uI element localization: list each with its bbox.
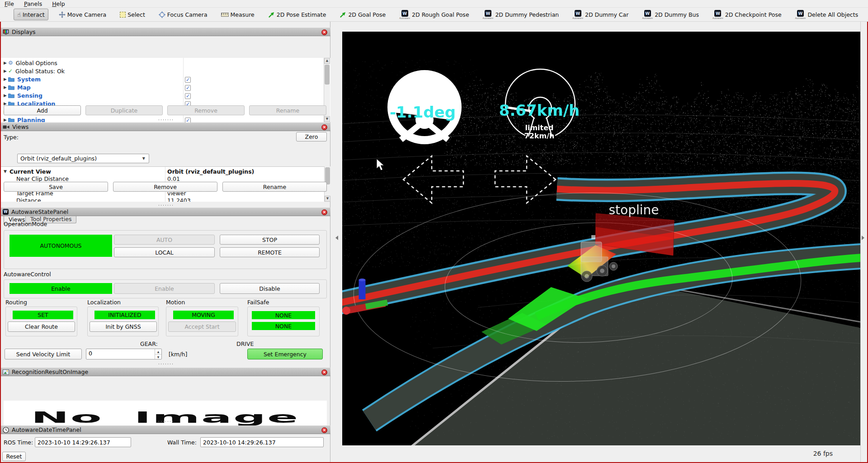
disable-button[interactable]: Disable xyxy=(220,283,320,294)
prop-row-distance[interactable]: Distance 11.2403 xyxy=(0,197,323,202)
tree-row-sensing[interactable]: ▶ Sensing xyxy=(0,91,323,99)
expand-arrow-icon[interactable]: ▶ xyxy=(4,69,8,73)
tree-row-global-status[interactable]: ▶ ✓ Global Status: Ok xyxy=(0,67,323,75)
remove-display-button[interactable]: Remove xyxy=(167,105,245,115)
ros-time-field[interactable] xyxy=(35,437,131,447)
tool-2d-pose-estimate[interactable]: 2D Pose Estimate xyxy=(265,9,330,20)
remove-view-button[interactable]: Remove xyxy=(113,182,217,192)
prop-row-near-clip[interactable]: Near Clip Distance 0.01 xyxy=(0,175,323,182)
move-arrows-icon xyxy=(59,11,66,18)
autoware-control-label: AutowareControl xyxy=(4,271,51,278)
checkbox-system[interactable]: ✓ xyxy=(185,77,191,83)
prop-row-current-view[interactable]: ▼ Current View Orbit (rviz_default_plugi… xyxy=(0,168,323,175)
chevron-down-icon: ▼ xyxy=(142,156,145,161)
close-icon[interactable]: × xyxy=(321,209,327,215)
operation-mode-status: AUTONOMOUS xyxy=(9,235,112,257)
close-icon[interactable]: × xyxy=(321,124,327,130)
accept-start-button[interactable]: Accept Start xyxy=(168,321,236,332)
rename-view-button[interactable]: Rename xyxy=(222,182,327,192)
tool-move-camera[interactable]: Move Camera xyxy=(56,9,110,20)
failsafe-label: FailSafe xyxy=(247,299,269,306)
menu-bar: File Panels Help xyxy=(0,0,868,8)
tool-2d-dummy-car[interactable]: WAutoware 2D Dummy Car xyxy=(569,9,632,20)
tool-measure[interactable]: Measure xyxy=(218,9,258,20)
fps-counter: 26 fps xyxy=(813,450,833,457)
clear-route-button[interactable]: Clear Route xyxy=(8,321,75,332)
autoware-logo-icon: WAutoware xyxy=(642,10,653,19)
stop-button[interactable]: STOP xyxy=(220,235,320,245)
check-icon: ✓ xyxy=(8,68,13,74)
local-button[interactable]: LOCAL xyxy=(114,247,215,257)
datetime-panel-title: AutowareDateTimePanel × xyxy=(0,425,330,434)
speed-limit-label: limited xyxy=(525,123,553,132)
tree-row-system[interactable]: ▶ System xyxy=(0,75,323,83)
wall-time-field[interactable] xyxy=(200,437,324,447)
tool-2d-dummy-bus[interactable]: WAutoware 2D Dummy Bus xyxy=(639,9,702,20)
duplicate-button[interactable]: Duplicate xyxy=(85,105,163,115)
remote-button[interactable]: REMOTE xyxy=(220,247,320,257)
type-label: Type: xyxy=(4,134,19,141)
collapse-left-icon[interactable] xyxy=(335,236,338,240)
view-type-dropdown[interactable]: Orbit (rviz_default_plugins) ▼ xyxy=(17,154,149,163)
camera-icon xyxy=(3,124,9,130)
tool-focus-camera[interactable]: Focus Camera xyxy=(156,9,211,20)
spinner-arrows[interactable]: ▲▼ xyxy=(155,349,161,359)
tool-interact[interactable]: ☝ Interact xyxy=(14,9,48,20)
tool-delete-all-objects[interactable]: WAutoware Delete All Objects xyxy=(792,9,862,20)
speed-value: 8.67km/h xyxy=(499,101,580,119)
velocity-limit-input[interactable] xyxy=(89,350,147,357)
scroll-down-icon[interactable]: ▼ xyxy=(325,196,330,202)
close-icon[interactable]: × xyxy=(321,29,327,35)
tool-2d-dummy-pedestrian[interactable]: WAutoware 2D Dummy Pedestrian xyxy=(480,9,562,20)
spin-up-icon[interactable]: ▲ xyxy=(155,349,161,354)
tree-row-map[interactable]: ▶ Map xyxy=(0,83,323,91)
menu-file[interactable]: File xyxy=(5,0,14,7)
motion-status: MOVING xyxy=(173,311,234,319)
auto-button[interactable]: AUTO xyxy=(114,235,215,245)
menu-help[interactable]: Help xyxy=(52,0,65,7)
scene-overlay: stopline xyxy=(342,32,860,445)
tree-row-global-options[interactable]: ▶ ⚙ Global Options xyxy=(0,59,323,67)
hand-pointer-icon: ☝ xyxy=(17,11,21,18)
tool-2d-goal-pose[interactable]: 2D Goal Pose xyxy=(336,9,389,20)
scroll-up-icon[interactable]: ▲ xyxy=(324,58,330,64)
rviz-window: File Panels Help ☝ Interact Move Camera … xyxy=(0,0,868,463)
rename-display-button[interactable]: Rename xyxy=(249,105,326,115)
zero-button[interactable]: Zero xyxy=(296,132,327,142)
panel-splitter[interactable] xyxy=(0,118,330,121)
routing-status: SET xyxy=(13,311,73,319)
tool-2d-rough-goal-pose[interactable]: WAutoware 2D Rough Goal Pose xyxy=(396,9,472,20)
collapse-right-icon[interactable] xyxy=(862,236,864,240)
spin-down-icon[interactable]: ▼ xyxy=(155,354,161,359)
expand-arrow-icon[interactable]: ▶ xyxy=(4,93,8,98)
save-view-button[interactable]: Save xyxy=(4,182,108,192)
ruler-icon xyxy=(221,13,229,17)
close-icon[interactable]: × xyxy=(321,427,327,433)
init-by-gnss-button[interactable]: Init by GNSS xyxy=(90,321,157,332)
panel-splitter[interactable] xyxy=(0,204,330,207)
reset-button[interactable]: Reset xyxy=(2,452,26,461)
checkbox-sensing[interactable]: ✓ xyxy=(185,93,191,99)
collapse-arrow-icon[interactable]: ▼ xyxy=(4,169,7,174)
select-box-icon xyxy=(120,12,126,18)
enable-button[interactable]: Enable xyxy=(114,283,215,294)
expand-arrow-icon[interactable]: ▶ xyxy=(4,77,8,81)
viewport-3d[interactable]: stopline xyxy=(342,32,860,445)
set-emergency-button[interactable]: Set Emergency xyxy=(247,349,323,359)
velocity-limit-spinner[interactable]: ▲▼ xyxy=(86,349,162,359)
expand-arrow-icon[interactable]: ▶ xyxy=(4,85,8,90)
menu-panels[interactable]: Panels xyxy=(24,0,42,7)
close-icon[interactable]: × xyxy=(321,369,327,375)
motion-label: Motion xyxy=(166,299,185,306)
folder-icon xyxy=(8,85,14,90)
expand-arrow-icon[interactable]: ▶ xyxy=(4,61,8,65)
panel-splitter[interactable] xyxy=(0,420,330,423)
tool-2d-checkpoint-pose[interactable]: WAutoware 2D Checkpoint Pose xyxy=(709,9,785,20)
checkbox-map[interactable]: ✓ xyxy=(185,85,191,91)
tool-select[interactable]: Select xyxy=(117,9,148,20)
send-velocity-limit-button[interactable]: Send Velocity Limit xyxy=(5,349,82,359)
left-turn-arrow-icon xyxy=(403,156,463,203)
add-button[interactable]: Add xyxy=(4,105,81,115)
mouse-cursor xyxy=(377,159,384,170)
panel-splitter[interactable] xyxy=(0,363,330,365)
